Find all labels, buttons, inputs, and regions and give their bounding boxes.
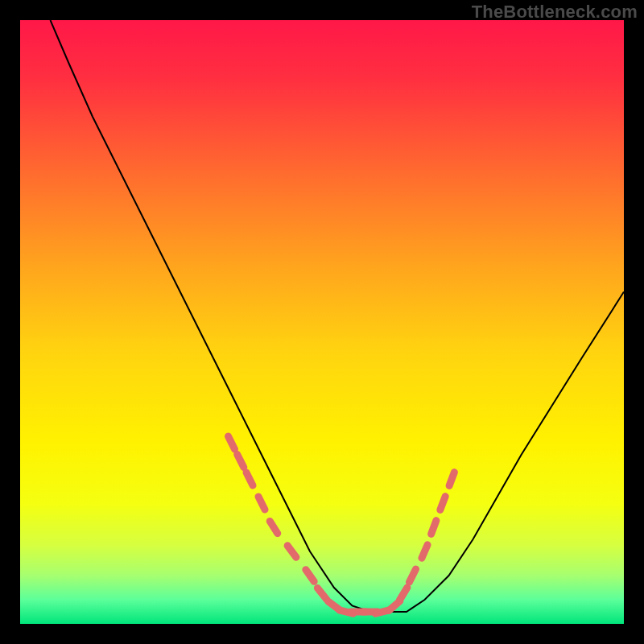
marker-dot [449,473,454,486]
chart-svg [20,20,624,624]
marker-dot [440,497,445,510]
plot-area [20,20,624,624]
chart-frame: TheBottleneck.com [0,0,644,644]
marker-dot [431,521,436,535]
gradient-background [20,20,624,624]
